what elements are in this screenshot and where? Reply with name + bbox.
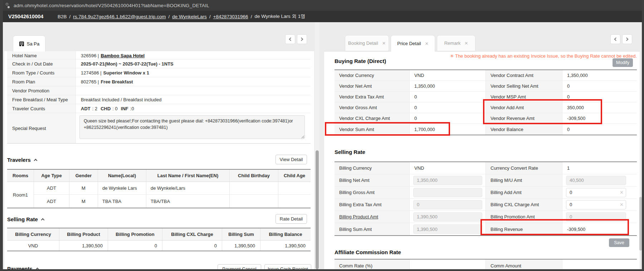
row-label: Special Request <box>7 113 76 143</box>
billing-product-amt-input <box>413 212 482 222</box>
table-row: Vendor Sum Amt 1,700,000 Vendor Balance … <box>335 124 637 135</box>
table-row: Billing Gross Amt Billing Add Amt ✕ <box>335 187 637 199</box>
table-row: Free Breakfast / Meal Type Breakfast Inc… <box>7 95 311 104</box>
right-panel-prev-button[interactable] <box>610 34 620 44</box>
check-in-out-value: 2025-07-21(Mon) ~ 2025-07-22(Tue) - 1NTS <box>81 61 174 67</box>
guest-email-link[interactable]: rs.784.9u27gez646.1.b622@guest.trip.com <box>73 14 166 19</box>
room-type-value: Superior Window x 1 <box>103 70 149 76</box>
right-panel-scrollbar-thumb[interactable] <box>639 197 642 251</box>
right-panel-next-button[interactable] <box>622 34 632 44</box>
row-label: Vendor Promotion <box>7 86 76 95</box>
billing-product-amt-link[interactable]: Billing Product Amt <box>339 214 378 219</box>
close-icon[interactable]: ✕ <box>382 41 386 46</box>
booking-detail-panel: Hotel Name 326596 | Bamboo Sapa Hotel Ch… <box>4 51 314 269</box>
billing-add-amt-input[interactable] <box>566 188 626 197</box>
separator: / <box>251 14 252 19</box>
table-row: Room Type / Counts 1274586 | Superior Wi… <box>7 68 311 77</box>
separator: / <box>168 14 170 19</box>
close-icon[interactable]: ✕ <box>464 41 468 46</box>
billing-cxl-charge-amt-input[interactable] <box>566 200 626 209</box>
view-detail-button[interactable]: View Detail <box>275 155 307 164</box>
chevron-left-icon <box>614 38 618 41</box>
close-icon[interactable]: ✕ <box>425 41 429 46</box>
billing-promotion-amt-input <box>566 212 626 222</box>
booking-detail-table: Hotel Name 326596 | Bamboo Sapa Hotel Ch… <box>7 51 311 144</box>
modify-button[interactable]: Modify <box>613 58 633 67</box>
table-row: Billing Currency VND Currency Convert Ra… <box>335 162 637 174</box>
table-row: Vendor Gross Amt 0 Vendor Add Amt 350,00… <box>335 102 637 113</box>
table-row: Special Request Queen size bed please!;F… <box>7 113 311 143</box>
room-cell: Room1 <box>7 182 34 208</box>
left-panel-scrollbar-thumb[interactable] <box>316 150 319 269</box>
issue-cash-receipt-button[interactable]: Issue Cash Receipt <box>264 264 311 269</box>
table-row: Traveler Counts ADT: 2 CHD: 0 INF:0 <box>7 104 311 113</box>
booking-header: V25042610004 B2B / rs.784.9u27gez646.1.b… <box>0 11 644 22</box>
window-border-right <box>642 0 644 271</box>
payment-cancel-button[interactable]: Payment Cancel <box>218 264 261 269</box>
table-row: Billing Extra Tax Amt Billing CXL Charge… <box>335 199 637 211</box>
buying-rate-title: Buying Rate (Direct) <box>335 58 386 64</box>
affiliate-commission-title: Affiliate Commission Rate <box>335 249 401 255</box>
chevron-right-icon <box>300 38 303 41</box>
chevron-right-icon <box>625 38 629 41</box>
save-button[interactable]: Save <box>609 238 629 247</box>
collapse-caret-icon[interactable] <box>34 159 37 163</box>
tab-price-detail[interactable]: Price Detail ✕ <box>391 35 435 52</box>
channel-badge: B2B <box>58 14 67 19</box>
row-label: Hotel Name <box>7 51 76 59</box>
table-row: Room Plan 802765 | Free Breakfast <box>7 77 311 86</box>
hotel-code: 326596 | <box>81 53 99 58</box>
selling-rate-table: Billing Currency VND Currency Convert Ra… <box>335 161 637 236</box>
special-request-textarea[interactable]: Queen size bed please!;For contacting th… <box>79 115 305 139</box>
tab-remark[interactable]: Remark ✕ <box>437 35 475 51</box>
billing-revenue-value: -309,500 <box>562 223 637 235</box>
url-text[interactable]: adm.ohmyhotel.com/reservation/hotel/V250… <box>14 3 209 8</box>
table-row: Comm Rate (%) Comm Amount <box>335 260 637 269</box>
guest-phone-link[interactable]: +842873031966 <box>213 14 248 19</box>
meal-type-value: Breakfast Included / Breakfast included <box>81 97 161 102</box>
row-label: Room Type / Counts <box>7 68 76 77</box>
selling-rate-summary-header: Billing Currency Billing Product Billing… <box>7 228 311 241</box>
table-row: Check in / Out Date 2025-07-21(Mon) ~ 20… <box>7 59 311 68</box>
clear-input-icon[interactable]: ✕ <box>620 202 624 207</box>
left-panel-next-button[interactable] <box>297 34 307 44</box>
selling-rate-summary-table: Billing Currency Billing Product Billing… <box>7 228 311 251</box>
tab-hotel-label: Sa Pa <box>27 41 39 47</box>
browser-window: adm.ohmyhotel.com/reservation/hotel/V250… <box>0 0 644 271</box>
guest-name-link[interactable]: de WynkeleLars <box>172 14 207 19</box>
room-type-code: 1274586 | <box>81 70 102 76</box>
row-label: Free Breakfast / Meal Type <box>7 95 76 104</box>
chevron-left-icon <box>289 38 293 41</box>
payments-section-title: Payments <box>7 266 39 269</box>
collapse-caret-icon[interactable] <box>41 218 44 222</box>
hotel-name-link[interactable]: Bamboo Sapa Hotel <box>101 53 145 58</box>
selling-rate-section-title: Selling Rate <box>7 216 44 222</box>
traveler-row: ADT M TBA TBA TBA/TBA <box>34 195 311 208</box>
left-panel-scrollbar-track[interactable] <box>315 22 319 269</box>
room-plan-value: Free Breakfast <box>101 79 133 84</box>
tab-hotel-sapa[interactable]: Sa Pa <box>13 35 45 52</box>
booking-id: V25042610004 <box>8 14 58 19</box>
hotel-building-icon <box>19 41 24 47</box>
separator: / <box>69 14 71 19</box>
table-row: Hotel Name 326596 | Bamboo Sapa Hotel <box>7 51 311 59</box>
tab-booking-detail[interactable]: Booking Detail ✕ <box>345 35 389 51</box>
billing-sum-amt-input <box>413 224 482 234</box>
left-panel-prev-button[interactable] <box>285 34 295 44</box>
travelers-table: Rooms Age Type Gender Name(Local) Last N… <box>7 169 311 208</box>
clear-input-icon[interactable]: ✕ <box>620 190 624 195</box>
billing-gross-amt-input <box>413 188 482 197</box>
billing-extra-tax-amt-input <box>413 200 482 209</box>
table-row: Vendor Net Amt 1,350,000 Vendor Selling … <box>335 81 637 92</box>
billing-mu-amt-input <box>566 176 626 185</box>
price-detail-panel: ✳ The booking already has an existing In… <box>324 51 640 269</box>
guest-party-text: de Wynkele Lars 외 1명 <box>254 13 305 20</box>
table-row: Vendor CXL Charge Amt 0 Vendor Revenue A… <box>335 113 637 124</box>
rate-detail-button[interactable]: Rate Detail <box>275 214 307 224</box>
room-plan-code: 802765 | <box>81 79 99 84</box>
table-row: Billing Sum Amt Billing Revenue -309,500 <box>335 223 637 235</box>
site-info-icon[interactable] <box>6 3 10 9</box>
window-border-left <box>0 0 3 271</box>
warning-asterisk-icon: ✳ <box>450 53 454 59</box>
table-row: Vendor Extra Tax Amt 0 Vendor MSP Amt 0 <box>335 92 637 102</box>
